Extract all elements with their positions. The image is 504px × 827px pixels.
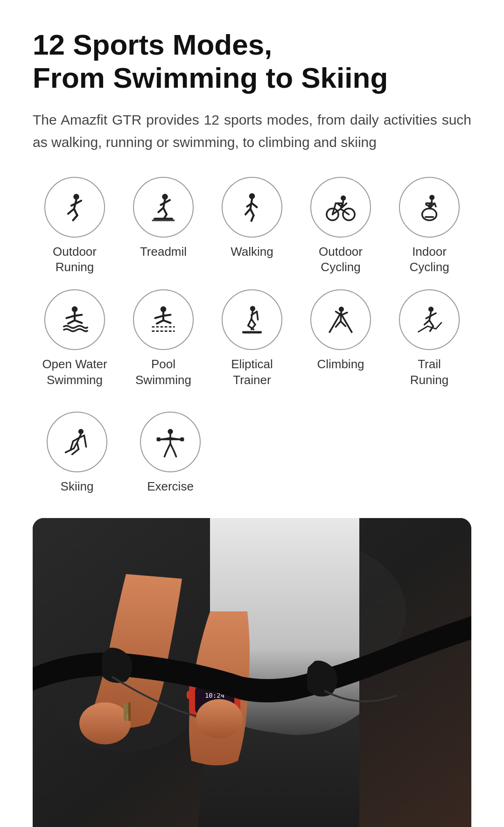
climbing-icon <box>324 303 357 336</box>
indoor-cycling-label: IndoorCycling <box>409 244 449 276</box>
elliptical-icon-circle <box>222 289 282 350</box>
title-section: 12 Sports Modes, From Swimming to Skiing… <box>33 28 471 154</box>
trail-running-icon <box>413 303 446 336</box>
title-line1: 12 Sports Modes, <box>33 28 272 61</box>
outdoor-running-icon <box>58 191 91 224</box>
cycling-scene-svg: 10:24 HR 142 12.5km <box>33 518 471 827</box>
sport-item-outdoor-running: OutdoorRuning <box>33 177 117 276</box>
open-water-label: Open WaterSwimming <box>42 357 107 388</box>
trail-running-label: TrailRuning <box>410 357 448 388</box>
sport-item-open-water: Open WaterSwimming <box>33 289 117 388</box>
skiing-label: Skiing <box>61 479 94 495</box>
sport-item-walking: Walking <box>210 177 294 276</box>
sport-item-skiing: Skiing <box>33 412 121 495</box>
svg-line-46 <box>75 321 82 323</box>
sport-item-pool-swimming: PoolSwimming <box>121 289 205 388</box>
elliptical-trainer-icon <box>236 303 268 336</box>
skiing-icon <box>61 426 93 458</box>
svg-point-34 <box>422 208 437 220</box>
sport-item-elliptical: ElipticalTrainer <box>210 289 294 388</box>
sports-grid: OutdoorRuning Treadmil <box>33 177 471 388</box>
svg-line-47 <box>67 316 75 318</box>
sport-item-outdoor-cycling: OutdoorCycling <box>299 177 383 276</box>
svg-line-74 <box>425 321 430 325</box>
svg-line-63 <box>252 319 255 325</box>
elliptical-label: ElipticalTrainer <box>231 357 273 388</box>
svg-line-71 <box>341 322 346 327</box>
treadmill-label: Treadmil <box>140 244 187 260</box>
svg-line-3 <box>74 209 77 215</box>
svg-line-88 <box>72 449 79 454</box>
open-water-icon-circle <box>44 289 105 350</box>
page-wrapper: 12 Sports Modes, From Swimming to Skiing… <box>0 0 504 827</box>
outdoor-running-label: OutdoorRuning <box>53 244 97 276</box>
title-line2: From Swimming to Skiing <box>33 62 388 94</box>
sport-item-exercise: Exercise <box>126 412 215 495</box>
svg-line-86 <box>66 449 74 452</box>
svg-rect-15 <box>152 219 175 221</box>
skiing-icon-circle <box>47 412 107 472</box>
svg-line-77 <box>431 313 436 316</box>
svg-line-18 <box>245 209 251 214</box>
svg-rect-113 <box>128 702 131 721</box>
svg-line-99 <box>174 452 176 457</box>
svg-line-2 <box>68 209 74 214</box>
indoor-cycling-icon-circle <box>399 177 460 238</box>
svg-line-51 <box>157 321 163 324</box>
exercise-label: Exercise <box>147 479 194 495</box>
pool-swimming-icon <box>147 303 180 336</box>
svg-line-70 <box>336 322 341 327</box>
walking-icon <box>236 191 268 224</box>
svg-point-111 <box>196 699 243 738</box>
pool-swimming-icon-circle <box>133 289 194 350</box>
svg-rect-112 <box>124 702 127 721</box>
walking-label: Walking <box>231 244 273 260</box>
bottom-row-sports: Skiing <box>33 412 471 495</box>
svg-line-97 <box>164 452 166 457</box>
main-title: 12 Sports Modes, From Swimming to Skiing <box>33 28 471 95</box>
sport-item-treadmill: Treadmil <box>121 177 205 276</box>
svg-line-87 <box>77 442 79 449</box>
outdoor-cycling-icon-circle <box>310 177 371 238</box>
outdoor-running-icon-circle <box>44 177 105 238</box>
svg-line-98 <box>170 443 174 452</box>
outdoor-cycling-label: OutdoorCycling <box>319 244 363 276</box>
svg-line-20 <box>252 215 254 221</box>
svg-line-61 <box>248 319 252 326</box>
sport-item-climbing: Climbing <box>299 289 383 388</box>
svg-line-53 <box>155 316 164 318</box>
climbing-label: Climbing <box>317 357 364 372</box>
svg-rect-94 <box>180 437 184 441</box>
description-text: The Amazfit GTR provides 12 sports modes… <box>33 109 471 154</box>
climbing-icon-circle <box>310 289 371 350</box>
photo-section: 10:24 HR 142 12.5km <box>33 518 471 827</box>
svg-line-42 <box>434 203 436 206</box>
svg-line-52 <box>163 321 170 323</box>
svg-line-45 <box>68 321 75 324</box>
outdoor-cycling-icon <box>324 191 357 224</box>
svg-line-82 <box>84 435 86 447</box>
svg-line-75 <box>429 321 433 327</box>
treadmill-icon-circle <box>133 177 194 238</box>
pool-swimming-label: PoolSwimming <box>135 357 191 388</box>
svg-rect-93 <box>157 437 161 441</box>
trail-running-icon-circle <box>399 289 460 350</box>
sport-item-indoor-cycling: IndoorCycling <box>387 177 471 276</box>
svg-line-4 <box>73 215 77 220</box>
svg-line-60 <box>257 312 258 320</box>
svg-line-54 <box>163 315 170 316</box>
svg-point-110 <box>79 702 131 744</box>
exercise-icon-circle <box>140 412 201 472</box>
sport-item-trail-running: TrailRuning <box>387 289 471 388</box>
treadmill-icon <box>147 191 180 224</box>
indoor-cycling-icon <box>413 191 446 224</box>
svg-rect-65 <box>242 331 262 334</box>
svg-line-48 <box>75 315 82 316</box>
cycling-photo: 10:24 HR 142 12.5km <box>33 518 471 827</box>
svg-line-96 <box>167 443 170 452</box>
exercise-icon <box>154 426 187 458</box>
svg-line-10 <box>163 208 167 214</box>
open-water-swimming-icon <box>58 303 91 336</box>
walking-icon-circle <box>222 177 282 238</box>
svg-line-19 <box>251 209 254 215</box>
